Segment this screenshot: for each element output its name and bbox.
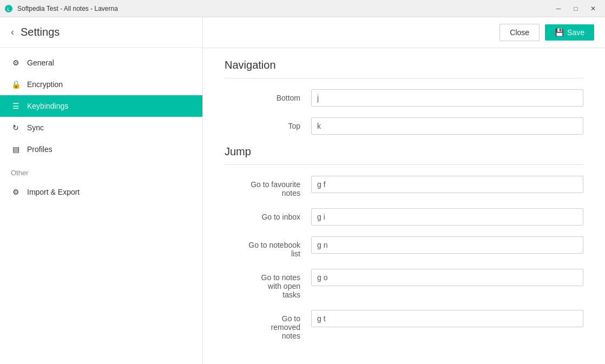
other-section-label: Other <box>0 160 202 181</box>
sidebar-item-sync[interactable]: ↻ Sync <box>0 117 202 138</box>
gear-icon: ⚙ <box>11 58 21 67</box>
go-to-removed-label: Go toremovednotes <box>225 310 311 340</box>
sidebar-item-general-label: General <box>27 58 54 67</box>
top-field-group: Top <box>225 117 583 135</box>
go-to-notebook-input[interactable] <box>311 236 583 254</box>
app-body: ‹ Settings ⚙ General 🔒 Encryption ☰ Keyb… <box>0 17 605 364</box>
go-to-favourite-group: Go to favouritenotes <box>225 176 583 197</box>
close-button[interactable]: Close <box>499 24 540 41</box>
window-controls: ─ □ ✕ <box>551 3 601 15</box>
go-to-inbox-label: Go to inbox <box>225 208 311 221</box>
go-to-removed-input[interactable] <box>311 310 583 327</box>
sidebar-item-profiles[interactable]: ▤ Profiles <box>0 138 202 160</box>
go-to-notebook-group: Go to notebooklist <box>225 236 583 258</box>
go-to-inbox-group: Go to inbox <box>225 208 583 226</box>
sidebar-item-encryption-label: Encryption <box>27 80 63 89</box>
window-title: Softpedia Test - All notes - Laverna <box>17 5 118 12</box>
save-icon: 💾 <box>555 28 564 37</box>
sidebar-item-import-export-label: Import & Export <box>27 188 80 196</box>
sidebar-item-import-export[interactable]: ⚙ Import & Export <box>0 181 202 203</box>
go-to-notebook-label: Go to notebooklist <box>225 236 311 258</box>
bottom-input[interactable] <box>311 89 583 107</box>
svg-text:L: L <box>7 6 10 12</box>
window-close-button[interactable]: ✕ <box>586 3 601 15</box>
title-bar-left: L Softpedia Test - All notes - Laverna <box>4 4 118 13</box>
sidebar-header: ‹ Settings <box>0 17 202 48</box>
navigation-section-title: Navigation <box>225 59 583 71</box>
main-toolbar: Close 💾 Save <box>203 17 605 48</box>
back-button[interactable]: ‹ <box>11 27 14 38</box>
bottom-field-group: Bottom <box>225 89 583 107</box>
save-label: Save <box>567 28 584 37</box>
profiles-icon: ▤ <box>11 145 21 154</box>
navigation-divider <box>225 78 583 78</box>
sidebar-nav: ⚙ General 🔒 Encryption ☰ Keybindings ↻ S… <box>0 48 202 364</box>
top-input[interactable] <box>311 117 583 135</box>
sidebar-item-encryption[interactable]: 🔒 Encryption <box>0 74 202 95</box>
import-export-icon: ⚙ <box>11 188 21 196</box>
main-scroll[interactable]: Navigation Bottom Top Jump Go to favouri… <box>203 48 605 364</box>
save-button[interactable]: 💾 Save <box>545 24 594 41</box>
go-to-open-tasks-group: Go to noteswith opentasks <box>225 269 583 299</box>
maximize-button[interactable]: □ <box>568 3 583 15</box>
settings-title: Settings <box>21 26 60 38</box>
main-content: Close 💾 Save Navigation Bottom Top Jump <box>203 17 605 364</box>
sidebar-item-profiles-label: Profiles <box>27 145 52 154</box>
go-to-open-tasks-label: Go to noteswith opentasks <box>225 269 311 299</box>
go-to-open-tasks-input[interactable] <box>311 269 583 286</box>
sidebar-item-general[interactable]: ⚙ General <box>0 52 202 74</box>
minimize-button[interactable]: ─ <box>551 3 566 15</box>
go-to-favourite-label: Go to favouritenotes <box>225 176 311 197</box>
sidebar-item-sync-label: Sync <box>27 123 44 132</box>
list-icon: ☰ <box>11 102 21 110</box>
title-bar: L Softpedia Test - All notes - Laverna ─… <box>0 0 605 17</box>
sidebar-item-keybindings[interactable]: ☰ Keybindings <box>0 95 202 117</box>
go-to-removed-group: Go toremovednotes <box>225 310 583 340</box>
go-to-inbox-input[interactable] <box>311 208 583 226</box>
go-to-favourite-input[interactable] <box>311 176 583 193</box>
sidebar-item-keybindings-label: Keybindings <box>27 102 68 110</box>
jump-section-title: Jump <box>225 145 583 158</box>
lock-icon: 🔒 <box>11 80 21 89</box>
app-icon: L <box>4 4 13 13</box>
jump-divider <box>225 164 583 165</box>
top-label: Top <box>225 117 311 130</box>
sidebar: ‹ Settings ⚙ General 🔒 Encryption ☰ Keyb… <box>0 17 203 364</box>
sync-icon: ↻ <box>11 123 21 132</box>
bottom-label: Bottom <box>225 89 311 102</box>
